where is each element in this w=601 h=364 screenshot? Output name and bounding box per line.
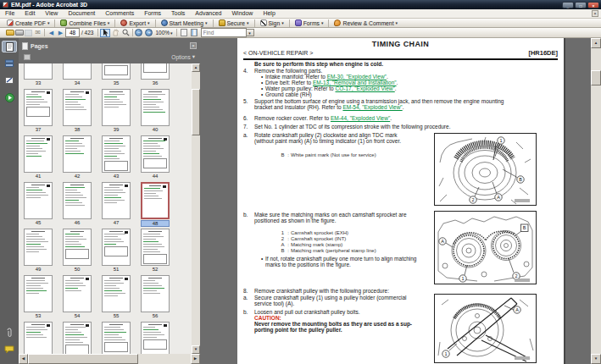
page-thumbnail[interactable]: 58 <box>63 322 92 354</box>
maximize-button[interactable]: □ <box>575 2 587 8</box>
page-thumbnail[interactable]: 39 <box>102 89 131 135</box>
select-tool-button[interactable] <box>100 29 110 37</box>
page-thumbnail[interactable]: 50 <box>63 229 92 275</box>
zoom-in-button[interactable]: + <box>145 29 153 36</box>
chevron-down-icon: ▾ <box>281 20 284 25</box>
page-thumbnail[interactable]: 47 <box>102 182 131 229</box>
link-em13[interactable]: EM-13, "Removal and Installation" <box>313 80 397 85</box>
page-thumbnail[interactable]: 42 <box>63 135 92 182</box>
previous-page-button[interactable]: ◀ <box>47 29 56 37</box>
email-button[interactable]: ✉ <box>33 29 42 37</box>
page-thumbnail[interactable]: 54 <box>63 275 92 322</box>
page-thumbnail[interactable]: 59 <box>102 322 131 354</box>
page-thumbnail[interactable]: 44 <box>141 135 170 182</box>
thumbnail-size-icon[interactable] <box>24 54 31 60</box>
page-thumbnail[interactable]: 43 <box>102 135 131 182</box>
link-em54[interactable]: EM-54, "Exploded View" <box>342 104 402 110</box>
signatures-panel-tab[interactable] <box>2 74 17 86</box>
section-rule <box>243 58 558 60</box>
page-thumbnail[interactable]: 37 <box>24 89 53 135</box>
zoom-out-button[interactable]: − <box>135 29 142 36</box>
find-input[interactable] <box>201 28 247 37</box>
print-button[interactable] <box>14 29 24 37</box>
zoom-dropdown-icon[interactable]: ▾ <box>170 30 173 36</box>
review-comment-button[interactable]: Review & Comment▾ <box>331 19 401 26</box>
link-em30[interactable]: EM-30, "Exploded View" <box>327 74 387 80</box>
marquee-zoom-button[interactable] <box>120 29 131 37</box>
hand-tool-button[interactable] <box>110 29 120 37</box>
menu-file[interactable]: File <box>0 9 19 18</box>
menu-advanced[interactable]: Advanced <box>190 9 226 18</box>
combine-files-icon <box>60 19 67 26</box>
bookmarks-panel-tab[interactable] <box>2 58 17 69</box>
attachments-panel-tab[interactable] <box>2 327 17 339</box>
page-thumbnail[interactable]: 51 <box>102 229 131 275</box>
fit-width-button[interactable] <box>191 29 198 36</box>
page-thumbnail[interactable]: 48 <box>141 182 170 229</box>
find-dropdown-icon[interactable]: ▾ <box>247 29 254 36</box>
menubar-close-icon[interactable]: × <box>592 10 598 17</box>
document-scrollbar-vertical[interactable]: ▲ ▼ <box>591 38 601 364</box>
menu-comments[interactable]: Comments <box>100 9 139 18</box>
callout-A: A <box>515 307 519 312</box>
combine-files-button[interactable]: Combine Files▾ <box>57 19 113 26</box>
link-co17[interactable]: CO-17, "Exploded View" <box>336 85 395 91</box>
comments-panel-tab[interactable] <box>2 344 17 356</box>
page-number-input[interactable] <box>65 28 80 37</box>
start-meeting-button[interactable]: Start Meeting▾ <box>158 19 211 26</box>
forms-button[interactable]: Forms▾ <box>292 19 327 26</box>
menu-view[interactable]: View <box>40 9 63 18</box>
page-thumbnail[interactable]: 35 <box>102 63 131 89</box>
save-button[interactable] <box>24 29 33 37</box>
page-thumbnail[interactable]: 45 <box>24 182 53 229</box>
panel-scrollbar-horizontal[interactable]: ◀ ▶ <box>19 354 200 364</box>
next-page-button[interactable]: ▶ <box>56 29 65 37</box>
page-thumbnail[interactable]: 57 <box>24 322 53 354</box>
link-em44[interactable]: EM-44, "Exploded View" <box>331 115 390 121</box>
panel-close-icon[interactable]: × <box>190 42 197 49</box>
menu-help[interactable]: Help <box>258 9 280 18</box>
page-thumbnail[interactable]: 46 <box>63 182 92 229</box>
page-thumbnail[interactable]: 33 <box>24 63 53 89</box>
ifnot-line1: If not, rotate crankshaft pulley one mor… <box>265 256 417 262</box>
menu-window[interactable]: Window <box>226 9 258 18</box>
fit-page-button[interactable] <box>181 29 187 36</box>
scroll-up-icon[interactable]: ▲ <box>591 38 601 48</box>
page-thumbnail-number: 53 <box>24 313 53 318</box>
panel-options-button[interactable]: Options▾ <box>171 53 195 60</box>
menu-forms[interactable]: Forms <box>139 9 166 18</box>
secure-button[interactable]: Secure▾ <box>215 19 253 26</box>
page-thumbnail[interactable]: 36 <box>141 63 170 89</box>
page-thumbnail[interactable]: 60 <box>141 322 170 354</box>
scroll-up-icon[interactable]: ▲ <box>192 63 200 72</box>
page-thumbnail[interactable]: 41 <box>24 135 53 182</box>
page-thumbnail[interactable]: 53 <box>24 275 53 322</box>
scroll-right-icon[interactable]: ▶ <box>191 354 200 364</box>
page-thumbnail[interactable]: 49 <box>24 229 53 275</box>
menu-tools[interactable]: Tools <box>166 9 190 18</box>
export-button[interactable]: Export▾ <box>117 19 153 26</box>
create-pdf-button[interactable]: Create PDF▾ <box>3 19 53 26</box>
menu-document[interactable]: Document <box>63 9 100 18</box>
pages-panel-tab[interactable] <box>2 41 17 52</box>
page-thumbnail[interactable]: 34 <box>63 63 92 89</box>
sign-button[interactable]: Sign▾ <box>257 19 287 26</box>
page-thumbnail[interactable]: 56 <box>141 275 170 322</box>
minimize-button[interactable]: _ <box>562 2 574 8</box>
page-thumbnail[interactable]: 38 <box>63 89 92 135</box>
scroll-down-icon[interactable]: ▼ <box>192 345 200 354</box>
page-thumbnail-number: 33 <box>24 80 53 85</box>
model-tree-panel-tab[interactable] <box>2 91 17 103</box>
open-file-button[interactable] <box>5 29 14 37</box>
panel-scrollbar-vertical[interactable]: ▲ ▼ <box>192 63 200 354</box>
close-button[interactable]: × <box>587 2 599 8</box>
page-thumbnail[interactable]: 55 <box>102 275 131 322</box>
page-thumbnail[interactable]: 52 <box>141 229 170 275</box>
scroll-down-icon[interactable]: ▼ <box>591 354 601 364</box>
page-thumbnail-number: 51 <box>102 267 131 272</box>
scroll-left-icon[interactable]: ◀ <box>19 354 28 364</box>
create-pdf-icon <box>7 19 14 26</box>
menu-edit[interactable]: Edit <box>19 9 40 18</box>
title-bar: EM.pdf - Adobe Acrobat 3D _ □ × <box>0 0 601 9</box>
page-thumbnail[interactable]: 40 <box>141 89 170 135</box>
